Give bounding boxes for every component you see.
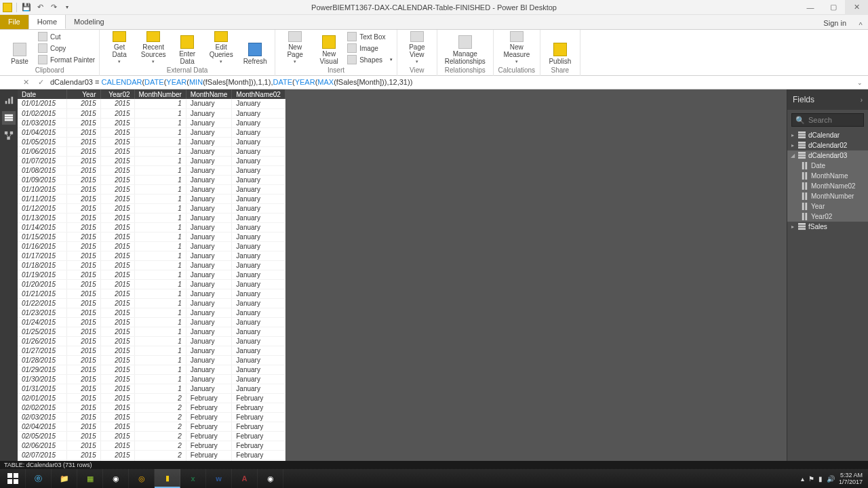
model-view-button[interactable] [2,129,16,142]
undo-icon[interactable]: ↶ [35,2,45,13]
collapse-ribbon-icon[interactable]: ^ [853,21,868,29]
minimize-button[interactable]: — [799,0,822,15]
edit-queries-button[interactable]: Edit Queries▾ [205,31,237,65]
table-row[interactable]: 01/28/2015201520151JanuaryJanuary [18,355,285,365]
table-row[interactable]: 01/04/2015201520151JanuaryJanuary [18,127,285,137]
close-button[interactable]: ✕ [845,0,868,15]
column-header[interactable]: Year02 [100,89,134,99]
taskbar-chrome2-icon[interactable]: ◉ [258,469,283,488]
taskbar-explorer-icon[interactable]: 📁 [52,469,77,488]
new-page-button[interactable]: New Page▾ [279,31,311,65]
table-row[interactable]: 01/21/2015201520151JanuaryJanuary [18,289,285,298]
table-row[interactable]: 01/16/2015201520151JanuaryJanuary [18,241,285,251]
data-view-button[interactable] [2,111,16,125]
formula-input[interactable]: dCalendar03 = CALENDAR(DATE(YEAR(MIN(fSa… [50,78,850,87]
taskbar-notes-icon[interactable]: ▦ [77,469,103,488]
fields-column-item[interactable]: MonthNumber [787,191,868,201]
fields-collapse-icon[interactable]: › [861,96,863,104]
table-row[interactable]: 01/12/2015201520151JanuaryJanuary [18,203,285,213]
table-row[interactable]: 02/06/2015201520152FebruaryFebruary [18,441,285,450]
taskbar-access-icon[interactable]: A [232,469,258,488]
table-row[interactable]: 01/18/2015201520151JanuaryJanuary [18,260,285,270]
table-row[interactable]: 01/11/2015201520151JanuaryJanuary [18,194,285,203]
table-row[interactable]: 02/07/2015201520152FebruaryFebruary [18,450,285,460]
start-button[interactable] [0,469,26,488]
fields-search-input[interactable]: 🔍 Search [791,113,864,127]
table-row[interactable]: 01/30/2015201520151JanuaryJanuary [18,374,285,384]
paste-button[interactable]: Paste [4,31,35,65]
table-row[interactable]: 01/01/2015201520151JanuaryJanuary [18,99,285,108]
tray-network-icon[interactable]: ▮ [818,475,823,483]
table-row[interactable]: 01/13/2015201520151JanuaryJanuary [18,213,285,222]
column-header[interactable]: MonthName02 [232,89,285,99]
column-header[interactable]: MonthName [186,89,231,99]
fields-column-item[interactable]: Year [787,201,868,211]
taskbar-app-icon[interactable]: ◎ [129,469,155,488]
taskbar-chrome-icon[interactable]: ◉ [103,469,129,488]
table-row[interactable]: 01/22/2015201520151JanuaryJanuary [18,298,285,308]
new-visual-button[interactable]: New Visual [313,31,344,65]
taskbar-word-icon[interactable]: w [206,469,232,488]
table-row[interactable]: 01/09/2015201520151JanuaryJanuary [18,175,285,184]
column-header[interactable]: MonthNumber [134,89,186,99]
column-header[interactable]: Date [18,89,66,99]
image-button[interactable]: Image [347,43,393,54]
column-header[interactable]: Year [66,89,100,99]
table-row[interactable]: 01/26/2015201520151JanuaryJanuary [18,336,285,346]
table-row[interactable]: 02/02/2015201520152FebruaryFebruary [18,403,285,412]
tray-flag-icon[interactable]: ⚑ [808,475,814,483]
fields-column-item[interactable]: Date [787,161,868,171]
table-row[interactable]: 01/14/2015201520151JanuaryJanuary [18,222,285,232]
table-row[interactable]: 01/17/2015201520151JanuaryJanuary [18,251,285,260]
table-row[interactable]: 01/27/2015201520151JanuaryJanuary [18,346,285,355]
recent-sources-button[interactable]: Recent Sources▾ [138,31,169,65]
save-icon[interactable]: 💾 [21,2,32,13]
manage-relationships-button[interactable]: Manage Relationships [441,31,489,65]
table-row[interactable]: 02/03/2015201520152FebruaryFebruary [18,412,285,422]
tab-file[interactable]: File [0,14,28,29]
publish-button[interactable]: Publish [545,31,576,65]
copy-button[interactable]: Copy [38,43,95,54]
page-view-button[interactable]: Page View▾ [401,31,433,65]
table-row[interactable]: 01/19/2015201520151JanuaryJanuary [18,270,285,279]
text-box-button[interactable]: Text Box [347,31,393,42]
report-view-button[interactable] [2,94,16,107]
table-row[interactable]: 02/08/2015201520152FebruaryFebruary [18,460,285,461]
formula-cancel-icon[interactable]: ✕ [20,77,31,88]
table-row[interactable]: 01/29/2015201520151JanuaryJanuary [18,365,285,374]
table-row[interactable]: 01/10/2015201520151JanuaryJanuary [18,184,285,194]
table-row[interactable]: 01/20/2015201520151JanuaryJanuary [18,279,285,289]
table-row[interactable]: 01/24/2015201520151JanuaryJanuary [18,317,285,327]
get-data-button[interactable]: Get Data▾ [104,31,135,65]
format-painter-button[interactable]: Format Painter [38,54,95,65]
fields-table-item[interactable]: ▸dCalendar02 [787,140,868,150]
table-row[interactable]: 01/05/2015201520151JanuaryJanuary [18,137,285,146]
redo-icon[interactable]: ↷ [48,2,59,13]
table-row[interactable]: 01/07/2015201520151JanuaryJanuary [18,156,285,165]
table-row[interactable]: 01/31/2015201520151JanuaryJanuary [18,384,285,393]
table-row[interactable]: 01/15/2015201520151JanuaryJanuary [18,232,285,241]
taskbar-clock[interactable]: 5:32 AM 1/7/2017 [839,472,863,485]
formula-expand-icon[interactable]: ⌄ [854,79,865,86]
new-measure-button[interactable]: New Measure▾ [498,31,536,65]
table-row[interactable]: 01/03/2015201520151JanuaryJanuary [18,118,285,127]
refresh-button[interactable]: Refresh [239,31,271,65]
table-row[interactable]: 01/08/2015201520151JanuaryJanuary [18,165,285,175]
enter-data-button[interactable]: Enter Data [172,31,203,65]
table-row[interactable]: 01/02/2015201520151JanuaryJanuary [18,108,285,118]
fields-column-item[interactable]: Year02 [787,211,868,222]
fields-column-item[interactable]: MonthName02 [787,181,868,191]
shapes-button[interactable]: Shapes ▾ [347,54,393,65]
maximize-button[interactable]: ▢ [822,0,845,15]
fields-column-item[interactable]: MonthName [787,171,868,181]
tray-up-icon[interactable]: ▴ [801,475,804,483]
sign-in-link[interactable]: Sign in [816,17,853,29]
fields-table-item[interactable]: ▸dCalendar [787,130,868,140]
cut-button[interactable]: Cut [38,31,95,42]
data-table[interactable]: DateYearYear02MonthNumberMonthNameMonthN… [18,89,285,461]
taskbar-powerbi-icon[interactable]: ▮ [155,469,180,488]
table-row[interactable]: 02/05/2015201520152FebruaryFebruary [18,431,285,441]
formula-commit-icon[interactable]: ✓ [35,77,46,88]
table-row[interactable]: 01/06/2015201520151JanuaryJanuary [18,146,285,156]
table-row[interactable]: 01/25/2015201520151JanuaryJanuary [18,327,285,336]
